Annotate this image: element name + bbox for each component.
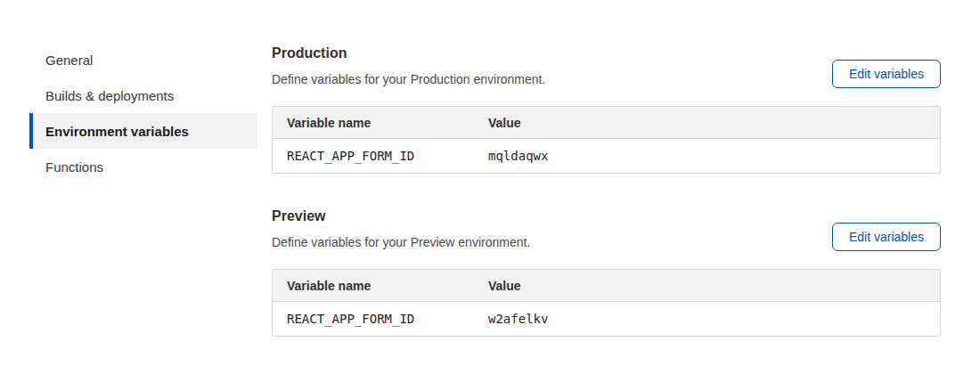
sidebar-item-label: Functions — [45, 159, 103, 175]
production-title: Production — [272, 43, 545, 64]
production-section: Production Define variables for your Pro… — [272, 43, 941, 174]
variable-value-cell: mqldaqwx — [488, 149, 940, 163]
production-section-header: Production Define variables for your Pro… — [272, 43, 941, 88]
environment-variables-panel: Production Define variables for your Pro… — [272, 42, 941, 369]
sidebar-item-builds-deployments[interactable]: Builds & deployments — [29, 77, 257, 113]
sidebar-item-environment-variables[interactable]: Environment variables — [29, 113, 257, 149]
variable-value-cell: w2afelkv — [488, 312, 940, 326]
column-header-variable-name: Variable name — [273, 116, 488, 130]
production-variables-table: Variable name Value REACT_APP_FORM_ID mq… — [272, 106, 941, 174]
column-header-value: Value — [488, 279, 940, 293]
preview-edit-variables-button[interactable]: Edit variables — [832, 223, 941, 251]
sidebar-item-label: General — [45, 53, 93, 68]
preview-header-text: Preview Define variables for your Previe… — [272, 206, 530, 251]
settings-sidebar: General Builds & deployments Environment… — [29, 42, 257, 369]
table-header-row: Variable name Value — [273, 270, 940, 302]
table-row: REACT_APP_FORM_ID w2afelkv — [273, 302, 940, 336]
column-header-value: Value — [488, 116, 940, 130]
preview-variables-table: Variable name Value REACT_APP_FORM_ID w2… — [272, 269, 941, 337]
preview-section-header: Preview Define variables for your Previe… — [272, 206, 941, 251]
variable-name-cell: REACT_APP_FORM_ID — [273, 149, 488, 163]
production-description: Define variables for your Production env… — [272, 70, 545, 88]
preview-section: Preview Define variables for your Previe… — [272, 206, 941, 337]
preview-title: Preview — [272, 206, 530, 227]
production-header-text: Production Define variables for your Pro… — [272, 43, 545, 88]
preview-description: Define variables for your Preview enviro… — [272, 233, 530, 251]
sidebar-item-functions[interactable]: Functions — [29, 149, 257, 184]
settings-page: General Builds & deployments Environment… — [0, 0, 980, 369]
table-header-row: Variable name Value — [273, 107, 940, 139]
production-edit-variables-button[interactable]: Edit variables — [832, 60, 941, 88]
sidebar-item-general[interactable]: General — [29, 42, 257, 77]
table-row: REACT_APP_FORM_ID mqldaqwx — [273, 139, 940, 173]
sidebar-item-label: Environment variables — [45, 124, 189, 139]
sidebar-item-label: Builds & deployments — [45, 88, 174, 103]
column-header-variable-name: Variable name — [273, 279, 488, 293]
variable-name-cell: REACT_APP_FORM_ID — [273, 312, 488, 326]
